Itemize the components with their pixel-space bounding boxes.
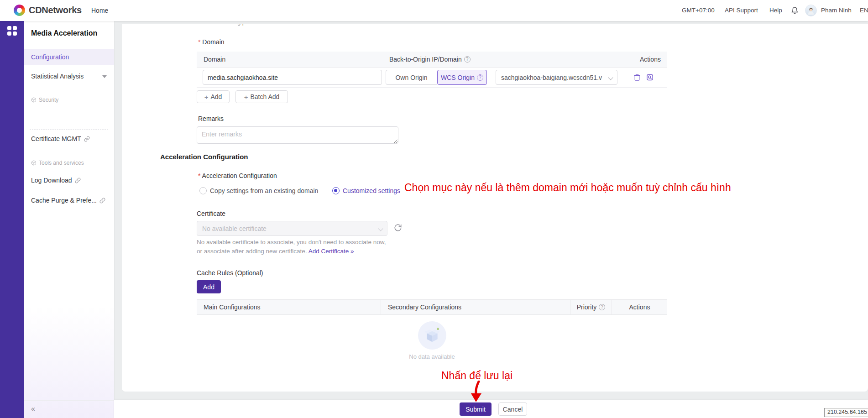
add-domain-button[interactable]: + Add — [197, 90, 230, 103]
group-label: Security — [39, 97, 58, 103]
user-name[interactable]: Pham Ninh — [821, 0, 852, 21]
refresh-icon[interactable] — [394, 224, 402, 234]
col-domain: Domain — [197, 56, 389, 63]
nav-api-support[interactable]: API Support — [725, 0, 758, 21]
sidebar-item-statistical-analysis[interactable]: Statistical Analysis — [24, 68, 114, 84]
annotation-customized-settings: Chọn mục này nếu là thêm domain mới hoặc… — [404, 182, 731, 194]
main-content-card: g p Domain Domain Back-to-Origin IP/Doma… — [122, 24, 868, 392]
user-avatar[interactable] — [805, 5, 817, 16]
divider — [30, 129, 108, 130]
brand-logo: CDNetworks — [14, 5, 82, 16]
acceleration-section-heading: Acceleration Configuration — [160, 153, 248, 161]
sidebar-item-label: Certificate MGMT — [31, 135, 81, 142]
sidebar-item-configuration[interactable]: Configuration — [24, 49, 114, 65]
certificate-select[interactable]: No available certificate — [197, 221, 387, 236]
certificate-helper-line1: No available certificate to associate, y… — [197, 239, 386, 246]
sidebar-item-cache-purge[interactable]: Cache Purge & Prefe... — [31, 197, 105, 204]
radio-selected-icon — [332, 187, 340, 194]
cache-table-empty-body: No data available — [197, 315, 667, 373]
domain-field-label: Domain — [198, 38, 225, 46]
delete-trash-icon[interactable] — [633, 73, 641, 81]
nav-help[interactable]: Help — [769, 0, 782, 21]
sidebar-group-security: Security — [31, 97, 58, 103]
col-origin-label: Back-to-Origin IP/Domain — [389, 56, 462, 63]
cache-rules-label: Cache Rules (Optional) — [197, 269, 263, 277]
cache-rules-add-button[interactable]: Add — [197, 280, 221, 293]
link-icon — [75, 178, 81, 183]
chevron-down-icon — [102, 75, 107, 78]
certificate-helper-text: or associate after adding new certificat… — [197, 248, 307, 255]
domain-input[interactable] — [203, 70, 382, 85]
radio-custom-label: Customized settings — [343, 187, 400, 194]
sidebar-item-certificate-mgmt[interactable]: Certificate MGMT — [31, 135, 90, 142]
footer-bar: Submit Cancel — [114, 400, 868, 418]
certificate-label: Certificate — [197, 210, 225, 217]
language-switcher[interactable]: EN — [860, 0, 868, 21]
cdnetworks-logo-icon — [14, 5, 25, 16]
col-main-configurations: Main Configurations — [197, 299, 381, 315]
notification-bell-icon[interactable] — [791, 6, 799, 16]
sidebar-item-log-download[interactable]: Log Download — [31, 177, 81, 184]
add-label: Add — [210, 93, 222, 100]
timezone-selector[interactable]: GMT+07:00 — [682, 0, 715, 21]
clipped-text-fragment: g p — [237, 24, 257, 26]
status-tooltip-ip: 210.245.64.165 — [824, 408, 868, 417]
chevron-down-icon — [608, 75, 613, 80]
nav-home[interactable]: Home — [91, 0, 108, 21]
origin-target-value: sachgiaokhoa-baigiang.wcscdn51.v — [501, 74, 602, 81]
domain-table-header: Domain Back-to-Origin IP/Domain ? Action… — [197, 52, 667, 68]
wcs-origin-button[interactable]: WCS Origin ? — [437, 70, 487, 85]
app-rail — [0, 21, 24, 418]
plus-icon: + — [204, 93, 209, 101]
domain-table-row: Own Origin WCS Origin ? sachgiaokhoa-bai… — [197, 68, 667, 88]
submit-button[interactable]: Submit — [460, 402, 492, 416]
top-header: CDNetworks Home GMT+07:00 API Support He… — [0, 0, 868, 21]
domain-table: Domain Back-to-Origin IP/Domain ? Action… — [197, 52, 667, 88]
cube-icon — [31, 97, 37, 103]
col-actions: Actions — [612, 299, 667, 315]
annotation-save: Nhấn để lưu lại — [441, 370, 512, 382]
own-origin-button[interactable]: Own Origin — [386, 70, 437, 85]
certificate-select-placeholder: No available certificate — [202, 225, 267, 232]
sidebar: Media Acceleration Configuration Statist… — [24, 21, 114, 418]
acceleration-field-label: Acceleration Configuration — [198, 172, 277, 179]
empty-state-text: No data available — [197, 353, 667, 360]
help-question-icon[interactable]: ? — [464, 56, 471, 63]
batch-add-label: Batch Add — [250, 93, 279, 100]
origin-target-select[interactable]: sachgiaokhoa-baigiang.wcscdn51.v — [496, 70, 617, 85]
cancel-button[interactable]: Cancel — [498, 402, 527, 416]
plus-icon: + — [244, 93, 248, 101]
preview-icon[interactable] — [646, 73, 654, 81]
batch-add-button[interactable]: + Batch Add — [235, 90, 288, 103]
sidebar-footer: « — [24, 400, 114, 418]
app-root: CDNetworks Home GMT+07:00 API Support He… — [0, 0, 868, 418]
radio-copy-label: Copy settings from an existing domain — [210, 187, 318, 194]
sidebar-collapse-button[interactable]: « — [31, 405, 35, 413]
radio-unselected-icon — [199, 187, 207, 194]
apps-grid-icon[interactable] — [7, 26, 17, 36]
sidebar-item-label: Cache Purge & Prefe... — [31, 197, 97, 204]
cache-rules-table: Main Configurations Secondary Configurat… — [197, 299, 667, 373]
link-icon — [99, 198, 105, 204]
empty-box-icon — [418, 321, 446, 350]
radio-customized-settings[interactable]: Customized settings — [332, 187, 400, 194]
sidebar-item-label: Log Download — [31, 177, 72, 184]
sidebar-title: Media Acceleration — [31, 29, 97, 37]
wcs-origin-label: WCS Origin — [441, 74, 475, 81]
chevron-down-icon — [378, 226, 383, 231]
remarks-label: Remarks — [198, 115, 224, 122]
help-question-icon[interactable]: ? — [599, 304, 605, 310]
certificate-helper-line2: or associate after adding new certificat… — [197, 248, 354, 255]
add-certificate-link[interactable]: Add Certificate » — [309, 248, 354, 255]
cache-table-header: Main Configurations Secondary Configurat… — [197, 299, 667, 315]
col-actions: Actions — [633, 56, 667, 63]
remarks-textarea[interactable] — [197, 126, 398, 144]
empty-state: No data available — [197, 321, 667, 360]
help-question-icon[interactable]: ? — [477, 74, 483, 81]
col-origin: Back-to-Origin IP/Domain ? — [389, 56, 633, 63]
group-label: Tools and services — [39, 160, 84, 166]
col-priority-label: Priority — [577, 303, 597, 311]
sidebar-item-label: Statistical Analysis — [31, 73, 84, 80]
red-arrow-annotation — [466, 381, 487, 403]
radio-copy-settings[interactable]: Copy settings from an existing domain — [199, 187, 318, 194]
